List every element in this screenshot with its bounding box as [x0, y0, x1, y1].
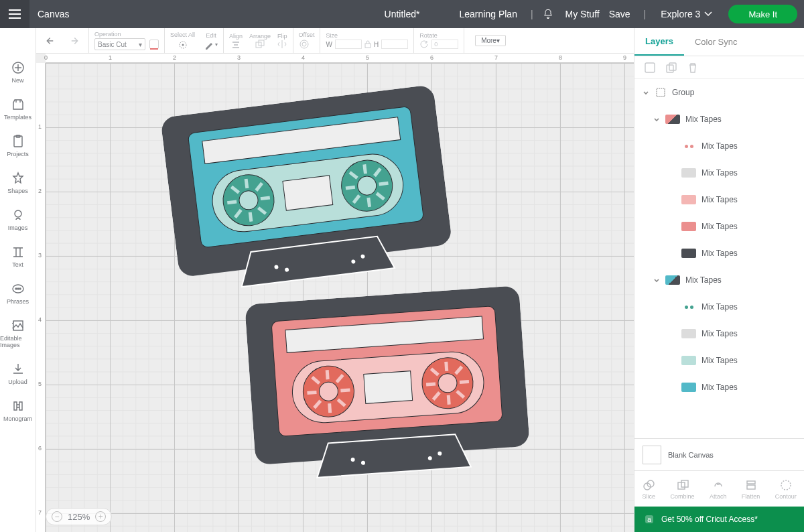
project-title[interactable]: Untitled* — [385, 9, 420, 19]
promo-banner[interactable]: a Get 50% off Cricut Access* — [634, 507, 804, 532]
align-icon[interactable] — [231, 40, 241, 49]
op-flatten[interactable]: Flatten — [742, 478, 760, 500]
tab-layers[interactable]: Layers — [634, 28, 684, 56]
machine-name: Explore 3 — [661, 9, 700, 19]
group-icon — [655, 86, 667, 98]
layer-sub-0[interactable]: Mix Tapes — [634, 133, 804, 159]
color-swatch[interactable] — [149, 40, 159, 49]
svg-line-73 — [460, 382, 469, 383]
svg-point-11 — [302, 42, 306, 46]
select-all-button[interactable]: Select All — [170, 31, 195, 38]
zoom-in-icon[interactable]: + — [95, 511, 106, 522]
trash-icon[interactable] — [687, 62, 699, 74]
rail-upload[interactable]: Upload — [0, 355, 36, 392]
svg-rect-2 — [9, 17, 21, 19]
op-contour[interactable]: Contour — [775, 478, 797, 500]
svg-rect-83 — [667, 65, 673, 72]
select-all-icon[interactable] — [178, 40, 188, 50]
op-slice[interactable]: Slice — [642, 478, 655, 500]
layer-sub-1[interactable]: Mix Tapes — [634, 159, 804, 186]
offset-icon[interactable] — [299, 39, 310, 50]
layer-sub2-0[interactable]: Mix Tapes — [634, 293, 804, 320]
svg-point-19 — [13, 285, 23, 293]
layer-sub-4[interactable]: Mix Tapes — [634, 240, 804, 267]
size-w-input[interactable] — [335, 40, 362, 49]
ruler-vertical: 12345678 — [36, 63, 46, 532]
flip-icon[interactable] — [277, 40, 287, 49]
svg-line-42 — [368, 198, 370, 207]
svg-point-21 — [17, 288, 19, 289]
redo-icon[interactable] — [67, 35, 79, 47]
blank-canvas-label: Blank Canvas — [668, 451, 714, 459]
make-it-button[interactable]: Make It — [728, 5, 797, 23]
lock-icon[interactable] — [364, 40, 371, 48]
layer-sub2-2[interactable]: Mix Tapes — [634, 347, 804, 374]
svg-line-71 — [448, 395, 449, 405]
op-combine[interactable]: Combine — [671, 478, 695, 500]
svg-rect-6 — [234, 44, 238, 46]
rail-shapes[interactable]: Shapes — [0, 164, 36, 201]
layer-sub2-3[interactable]: Mix Tapes — [634, 374, 804, 401]
svg-point-92 — [781, 480, 791, 490]
save-button[interactable]: Save — [608, 9, 639, 19]
separator: | — [525, 9, 539, 19]
operation-select[interactable]: Basic Cut▾ — [94, 38, 145, 50]
svg-point-22 — [19, 288, 21, 289]
canvas-stage[interactable]: 01234567891011 12345678 — [36, 54, 634, 532]
group-icon[interactable] — [644, 62, 656, 74]
svg-rect-12 — [365, 44, 371, 48]
svg-rect-82 — [645, 63, 655, 72]
chevron-down-icon — [704, 11, 712, 17]
layer-group[interactable]: Group — [634, 79, 804, 106]
layer-sub-3[interactable]: Mix Tapes — [634, 213, 804, 240]
arrange-icon[interactable] — [255, 40, 265, 49]
mix-tape-pink[interactable] — [245, 285, 531, 485]
rotate-input[interactable]: 0 — [431, 40, 458, 49]
tab-color-sync[interactable]: Color Sync — [684, 28, 748, 56]
svg-line-72 — [426, 384, 436, 385]
svg-line-41 — [364, 164, 366, 174]
align-label: Align — [229, 33, 243, 40]
rail-images[interactable]: Images — [0, 201, 36, 238]
svg-point-4 — [182, 44, 184, 46]
size-h-input[interactable] — [381, 40, 408, 49]
edit-icon[interactable] — [204, 40, 214, 50]
svg-line-32 — [250, 212, 251, 222]
rotate-icon[interactable] — [419, 40, 429, 49]
op-attach[interactable]: Attach — [710, 478, 727, 500]
undo-icon[interactable] — [46, 35, 58, 47]
mix-tape-blue[interactable] — [160, 84, 455, 297]
rail-projects[interactable]: Projects — [0, 127, 36, 164]
svg-line-43 — [346, 187, 355, 188]
machine-selector[interactable]: Explore 3 — [651, 9, 722, 19]
rail-text[interactable]: Text — [0, 238, 36, 275]
layer-mixtapes-2[interactable]: Mix Tapes — [634, 267, 804, 293]
menu-icon[interactable] — [0, 0, 29, 28]
svg-line-61 — [330, 403, 330, 413]
rail-templates[interactable]: Templates — [0, 90, 36, 127]
layer-mixtapes-1[interactable]: Mix Tapes — [634, 106, 804, 133]
svg-line-34 — [261, 198, 270, 199]
app-header: Canvas Untitled* Learning Plan | My Stuf… — [0, 0, 804, 28]
rail-new[interactable]: New — [0, 54, 36, 90]
zoom-out-icon[interactable]: − — [52, 511, 62, 522]
svg-line-44 — [379, 183, 389, 184]
rail-editable-images[interactable]: Editable Images — [0, 312, 36, 355]
edit-button[interactable]: Edit — [206, 32, 216, 39]
svg-point-18 — [15, 210, 21, 217]
duplicate-icon[interactable] — [665, 62, 677, 74]
layer-sub-2[interactable]: Mix Tapes — [634, 186, 804, 213]
more-button[interactable]: More▾ — [475, 35, 506, 46]
blank-canvas-row[interactable]: Blank Canvas — [634, 438, 804, 470]
learning-plan-link[interactable]: Learning Plan — [452, 9, 525, 19]
rail-monogram[interactable]: Monogram — [0, 392, 36, 429]
svg-point-20 — [15, 288, 17, 289]
rail-phrases[interactable]: Phrases — [0, 275, 36, 312]
my-stuff-link[interactable]: My Stuff — [557, 9, 608, 19]
svg-text:a: a — [647, 516, 651, 523]
svg-rect-28 — [283, 176, 333, 210]
zoom-control[interactable]: − 125% + — [46, 508, 112, 525]
operation-label: Operation — [94, 31, 121, 38]
layer-sub2-1[interactable]: Mix Tapes — [634, 320, 804, 347]
bell-icon[interactable] — [539, 9, 557, 19]
